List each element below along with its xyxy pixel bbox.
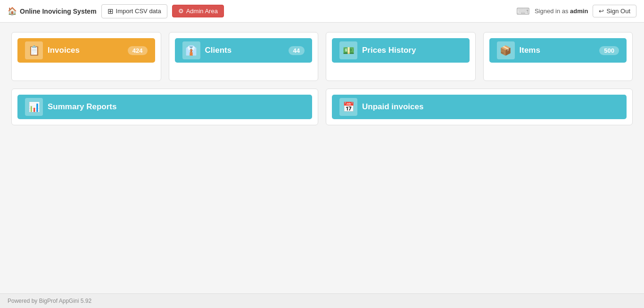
invoices-label: Invoices bbox=[48, 46, 123, 55]
footer: Powered by BigProf AppGini 5.92 bbox=[0, 293, 644, 308]
import-label: Import CSV data bbox=[116, 8, 161, 15]
clients-card: Clients 44 + bbox=[169, 32, 319, 81]
home-icon: 🏠 bbox=[8, 7, 17, 16]
client-icon bbox=[185, 45, 197, 56]
price-icon bbox=[343, 45, 355, 56]
import-csv-button[interactable]: Import CSV data bbox=[101, 4, 167, 18]
items-label: Items bbox=[520, 46, 595, 55]
prices-history-button[interactable]: Prices History bbox=[332, 38, 470, 63]
report-icon bbox=[28, 101, 40, 113]
signout-label: Sign Out bbox=[606, 8, 630, 15]
signed-in-text: Signed in as admin bbox=[535, 8, 588, 15]
invoices-count: 424 bbox=[128, 46, 148, 55]
unpaid-icon-wrapper bbox=[339, 98, 357, 116]
main-content: Invoices 424 + Clients 44 + Prices bbox=[0, 23, 644, 293]
top-grid: Invoices 424 + Clients 44 + Prices bbox=[11, 32, 633, 81]
summary-reports-card: Summary Reports bbox=[11, 89, 318, 125]
gear-icon bbox=[178, 8, 184, 15]
clients-add-button[interactable]: + bbox=[175, 63, 184, 75]
grid-icon bbox=[107, 7, 114, 16]
items-button[interactable]: Items 500 bbox=[489, 38, 627, 63]
unpaid-invoices-card: Unpaid invoices bbox=[326, 89, 633, 125]
box-icon-wrapper bbox=[497, 41, 515, 59]
sign-out-button[interactable]: Sign Out bbox=[593, 5, 636, 17]
prices-history-label: Prices History bbox=[362, 46, 462, 55]
signed-in-prefix: Signed in as bbox=[535, 8, 570, 15]
price-icon-wrapper bbox=[339, 41, 357, 59]
invoices-add-button[interactable]: + bbox=[17, 63, 26, 75]
brand-link[interactable]: 🏠 Online Inovicing System bbox=[8, 7, 97, 16]
box-icon bbox=[500, 45, 512, 56]
brand-label: Online Inovicing System bbox=[20, 8, 97, 15]
admin-area-button[interactable]: Admin Area bbox=[172, 5, 224, 17]
unpaid-invoices-label: Unpaid invoices bbox=[362, 102, 619, 112]
clients-button[interactable]: Clients 44 bbox=[175, 38, 313, 63]
invoices-card: Invoices 424 + bbox=[11, 32, 161, 81]
invoices-button[interactable]: Invoices 424 bbox=[17, 38, 155, 63]
footer-text: Powered by BigProf AppGini 5.92 bbox=[8, 298, 91, 304]
invoice-icon bbox=[28, 45, 40, 56]
report-icon-wrapper bbox=[25, 98, 43, 116]
unpaid-icon bbox=[343, 101, 355, 113]
signed-in-user: admin bbox=[570, 8, 588, 15]
items-add-button[interactable]: + bbox=[489, 63, 498, 75]
items-card: Items 500 + bbox=[483, 32, 633, 81]
admin-label: Admin Area bbox=[186, 8, 218, 15]
keyboard-icon bbox=[516, 6, 530, 17]
client-icon-wrapper bbox=[182, 41, 200, 59]
navbar: 🏠 Online Inovicing System Import CSV dat… bbox=[0, 0, 644, 23]
signout-icon bbox=[599, 8, 604, 15]
summary-reports-button[interactable]: Summary Reports bbox=[17, 95, 312, 119]
invoice-icon-wrapper bbox=[25, 41, 43, 59]
navbar-right: Signed in as admin Sign Out bbox=[516, 5, 636, 17]
unpaid-invoices-button[interactable]: Unpaid invoices bbox=[332, 95, 627, 119]
navbar-left: 🏠 Online Inovicing System Import CSV dat… bbox=[8, 4, 224, 18]
bottom-grid: Summary Reports Unpaid invoices bbox=[11, 89, 633, 125]
clients-count: 44 bbox=[289, 46, 305, 55]
prices-history-card: Prices History bbox=[326, 32, 476, 81]
items-count: 500 bbox=[599, 46, 619, 55]
summary-reports-label: Summary Reports bbox=[48, 102, 305, 112]
clients-label: Clients bbox=[205, 46, 284, 55]
